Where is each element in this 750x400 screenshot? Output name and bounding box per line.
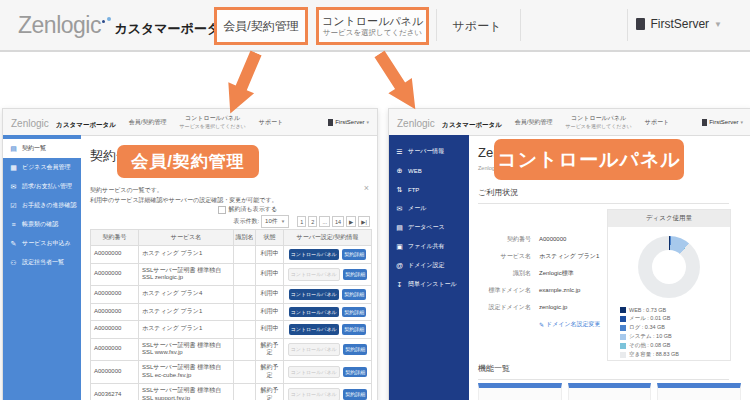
control-panel-button[interactable]: コントロールパネル (289, 249, 339, 260)
contract-detail-button[interactable]: 契約詳細 (342, 324, 366, 335)
contract-detail-button[interactable]: 契約詳細 (342, 289, 366, 300)
menu-support-small[interactable]: サポート (259, 118, 283, 127)
id-card-icon: ▦ (9, 164, 18, 172)
feature-card[interactable] (657, 383, 741, 400)
install-icon: ↧ (395, 281, 404, 289)
legend-item: ログ : 0.34 GB (620, 323, 718, 332)
menu-member-contract[interactable]: 会員/契約管理 (214, 7, 308, 45)
pencil-icon: ✎ (9, 240, 18, 248)
disk-usage-title: ディスク使用量 (608, 210, 730, 227)
features-section-title: 機能一覧 (478, 363, 729, 380)
identifier-cell (234, 361, 256, 384)
page-last-button[interactable]: ▶| (358, 216, 370, 227)
per-page-select[interactable]: 10件 ▼ (261, 215, 289, 228)
service-name-cell: ホスティング プラン1 (139, 303, 234, 321)
caret-down-icon: ▾ (366, 119, 369, 125)
feature-card[interactable] (478, 383, 562, 400)
caret-down-icon: ▼ (714, 20, 722, 29)
control-panel-button[interactable]: コントロールパネル (289, 289, 339, 300)
sidebar-item-documents[interactable]: ≡ 帳票類の確認 (3, 215, 81, 234)
actions-cell: コントロールパネル 契約詳細 (284, 321, 372, 339)
sidebar-item-ftp[interactable]: ⇅ FTP (389, 180, 469, 199)
contract-detail-button[interactable]: 契約詳細 (342, 249, 366, 260)
folder-icon: ▣ (395, 243, 404, 251)
legend-swatch (620, 343, 626, 349)
sidebar-item-admin-list[interactable]: ⚇ 設定担当者一覧 (3, 253, 81, 272)
sidebar-item-server-info[interactable]: ☰ サーバー情報 (389, 142, 469, 161)
account-menu[interactable]: FirstServer ▼ (636, 17, 722, 31)
sidebar-item-mail[interactable]: ✉ メール (389, 199, 469, 218)
list-controls: 表示件数: 10件 ▼ 1 2 ... 14 ▶ ▶| (233, 215, 370, 228)
close-icon[interactable]: × (364, 183, 369, 193)
member-sidebar: ▤ 契約一覧 ▦ ビジネス会員管理 ✉ 請求/お支払い管理 ☑ お手続きの進捗確… (3, 135, 81, 400)
identifier-cell (234, 303, 256, 321)
legend-label: ログ : 0.34 GB (629, 324, 665, 331)
page-button-2[interactable]: 2 (308, 216, 317, 227)
table-row: A0000000 ホスティング プラン1 利用中 コントロールパネル 契約詳細 (91, 246, 372, 264)
menu-member-contract-small[interactable]: 会員/契約管理 (129, 118, 167, 127)
legend-item: システム : 10 GB (620, 332, 718, 341)
menu-control-panel-sublabel: サービスを選択してください (323, 28, 422, 38)
table-row: A0000000 SSLサーバー証明書 標準独自SSL zenlogic.jp … (91, 263, 372, 286)
control-panel-button[interactable]: コントロールパネル (289, 307, 339, 318)
sidebar-item-business-member[interactable]: ▦ ビジネス会員管理 (3, 158, 81, 177)
service-name-cell: SSLサーバー証明書 標準独自SSL ec-cube.fsv.jp (139, 361, 234, 384)
legend-label: 空き容量 : 88.83 GB (629, 351, 679, 358)
menu-control-panel[interactable]: コントロールパネル サービスを選択してください (316, 7, 429, 45)
menu-support[interactable]: サポート (448, 7, 506, 45)
control-panel-button[interactable]: コントロールパネル (288, 366, 340, 379)
contract-detail-button[interactable]: 契約詳細 (342, 307, 366, 318)
sidebar-item-billing[interactable]: ✉ 請求/お支払い管理 (3, 177, 81, 196)
sidebar-item-service-apply[interactable]: ✎ サービスお申込み (3, 234, 81, 253)
disk-usage-card: ディスク使用量 WEB : 0.73 GBメール : 0.01 GBログ : 0… (607, 209, 731, 361)
sidebar-item-database[interactable]: ▤ データベース (389, 218, 469, 237)
at-sign-icon: @ (395, 262, 404, 269)
contract-number-cell: A0000000 (91, 303, 139, 321)
disk-usage-legend: WEB : 0.73 GBメール : 0.01 GBログ : 0.34 GBシス… (608, 305, 730, 359)
checkbox-label: 解約済も表示する (229, 205, 277, 214)
page-button-14[interactable]: 14 (332, 216, 344, 227)
sidebar-item-progress[interactable]: ☑ お手続きの進捗確認 (3, 196, 81, 215)
account-name: FirstServer (650, 17, 709, 31)
actions-cell: コントロールパネル 契約詳細 (284, 303, 372, 321)
contract-detail-button[interactable]: 契約詳細 (343, 367, 367, 378)
table-row: A0000000 ホスティング プラン4 利用中 コントロールパネル 契約詳細 (91, 286, 372, 304)
contract-number-cell: A0000000 (91, 246, 139, 264)
control-panel-button[interactable]: コントロールパネル (289, 324, 339, 335)
sidebar-item-easy-install[interactable]: ↧ 簡単インストール (389, 275, 469, 294)
logo-dot-light (107, 17, 111, 21)
menu-member-contract-small[interactable]: 会員/契約管理 (515, 118, 553, 127)
feature-card[interactable] (568, 383, 652, 400)
control-panel-button[interactable]: コントロールパネル (288, 343, 340, 356)
contract-detail-button[interactable]: 契約詳細 (343, 269, 367, 280)
legend-swatch (620, 307, 626, 313)
contract-detail-button[interactable]: 契約詳細 (343, 389, 367, 400)
mail-icon: ✉ (395, 205, 404, 213)
menu-support-small[interactable]: サポート (645, 118, 669, 127)
control-panel-button[interactable]: コントロールパネル (288, 268, 340, 281)
check-icon: ☑ (9, 202, 18, 210)
show-cancelled-checkbox[interactable] (218, 206, 226, 214)
portal-header-small: Zenlogic カスタマーポータル 会員/契約管理 コントロールパネル サービ… (389, 109, 750, 136)
globe-icon: ⊕ (395, 167, 404, 175)
logo-dot-dark (102, 20, 105, 23)
sidebar-item-web[interactable]: ⊕ WEB (389, 161, 469, 180)
page-button-1[interactable]: 1 (297, 216, 306, 227)
account-menu-small[interactable]: FirstServer ▾ (328, 119, 369, 126)
actions-cell: コントロールパネル 契約詳細 (284, 361, 372, 384)
status-cell: 利用中 (256, 263, 284, 286)
menu-control-panel-small[interactable]: コントロールパネル サービスを選択してください (566, 115, 632, 129)
sidebar-item-file-share[interactable]: ▣ ファイル共有 (389, 237, 469, 256)
service-name-cell: ホスティング プラン1 (139, 246, 234, 264)
account-menu-small[interactable]: FirstServer ▾ (702, 119, 743, 126)
sidebar-item-domain-settings[interactable]: @ ドメイン設定 (389, 256, 469, 275)
show-cancelled-filter: 解約済も表示する (218, 205, 277, 214)
contract-detail-button[interactable]: 契約詳細 (343, 344, 367, 355)
status-cell: 解約予定 (256, 338, 284, 361)
feature-cards (478, 383, 741, 400)
page-next-button[interactable]: ▶ (346, 216, 356, 227)
server-icon (702, 119, 707, 126)
header-divider (520, 9, 521, 41)
sidebar-item-contract-list[interactable]: ▤ 契約一覧 (3, 139, 81, 158)
control-panel-button[interactable]: コントロールパネル (288, 388, 340, 400)
